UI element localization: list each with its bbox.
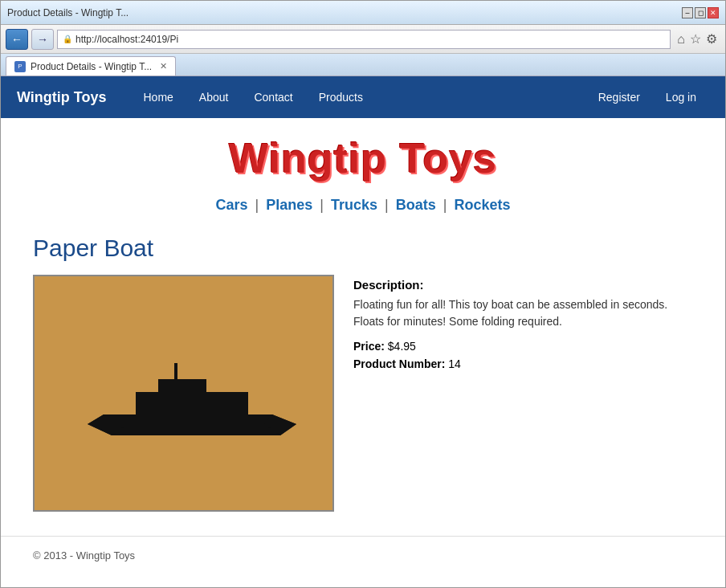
title-bar-left: Product Details - Wingtip T... (7, 7, 128, 18)
product-number-label: Product Number: (353, 357, 445, 370)
cat-boats[interactable]: Boats (396, 197, 436, 213)
navbar: Wingtip Toys Home About Contact Products… (1, 76, 725, 118)
product-number-row: Product Number: 14 (353, 357, 693, 370)
browser-window: Product Details - Wingtip T... – ◻ ✕ ← →… (0, 0, 726, 588)
product-info: Description: Floating fun for all! This … (353, 275, 693, 512)
nav-about[interactable]: About (186, 76, 242, 118)
nav-home[interactable]: Home (131, 76, 186, 118)
tab-favicon: P (14, 61, 26, 72)
tab-close-button[interactable]: ✕ (160, 61, 167, 71)
navbar-right: Register Log in (585, 76, 709, 118)
navbar-brand[interactable]: Wingtip Toys (17, 89, 107, 106)
nav-products[interactable]: Products (306, 76, 376, 118)
navbar-links: Home About Contact Products (131, 76, 376, 118)
cat-planes[interactable]: Planes (266, 197, 312, 213)
back-button[interactable]: ← (6, 29, 28, 50)
restore-button[interactable]: ◻ (695, 7, 706, 18)
address-text: http://localhost:24019/Pi (75, 34, 178, 45)
cat-sep-3: | (385, 197, 389, 213)
price-label: Price: (353, 340, 385, 353)
address-input[interactable]: 🔒 http://localhost:24019/Pi (57, 30, 671, 49)
close-button[interactable]: ✕ (708, 7, 719, 18)
footer: © 2013 - Wingtip Toys (1, 536, 725, 574)
window-title: Product Details - Wingtip T... (7, 7, 128, 18)
address-lock-icon: 🔒 (63, 35, 72, 43)
tab-bar: P Product Details - Wingtip T... ✕ (1, 54, 725, 76)
toolbar-icons: ⌂ ☆ ⚙ (674, 31, 720, 47)
price-row: Price: $4.95 (353, 340, 693, 353)
minimize-button[interactable]: – (682, 7, 693, 18)
product-number-value: 14 (448, 357, 461, 370)
nav-login[interactable]: Log in (653, 76, 709, 118)
svg-rect-2 (136, 392, 248, 414)
cat-cars[interactable]: Cars (215, 197, 247, 213)
cat-sep-2: | (320, 197, 324, 213)
category-nav: Cars | Planes | Trucks | Boats | Rockets (1, 190, 725, 227)
product-image (33, 275, 334, 512)
page-content: Wingtip Toys Home About Contact Products… (1, 76, 725, 587)
description-text: Floating fun for all! This toy boat can … (353, 296, 693, 330)
cat-sep-1: | (255, 197, 259, 213)
description-label: Description: (353, 278, 693, 292)
settings-icon[interactable]: ⚙ (706, 31, 717, 47)
forward-button[interactable]: → (31, 29, 54, 50)
footer-text: © 2013 - Wingtip Toys (33, 549, 135, 561)
hero-title: Wingtip Toys (1, 118, 725, 190)
nav-contact[interactable]: Contact (241, 76, 305, 118)
product-detail: Description: Floating fun for all! This … (1, 275, 725, 536)
favorites-icon[interactable]: ☆ (690, 31, 701, 47)
product-heading: Paper Boat (1, 227, 725, 275)
price-value: $4.95 (388, 340, 416, 353)
address-bar: ← → 🔒 http://localhost:24019/Pi ⌂ ☆ ⚙ (1, 25, 725, 54)
nav-register[interactable]: Register (585, 76, 653, 118)
home-icon[interactable]: ⌂ (677, 32, 685, 47)
cat-sep-4: | (443, 197, 447, 213)
cat-trucks[interactable]: Trucks (331, 197, 377, 213)
active-tab[interactable]: P Product Details - Wingtip T... ✕ (6, 56, 176, 76)
window-controls[interactable]: – ◻ ✕ (682, 7, 719, 18)
boat-svg (63, 329, 304, 458)
cat-rockets[interactable]: Rockets (454, 197, 510, 213)
title-bar: Product Details - Wingtip T... – ◻ ✕ (1, 1, 725, 25)
tab-title: Product Details - Wingtip T... (31, 61, 152, 72)
